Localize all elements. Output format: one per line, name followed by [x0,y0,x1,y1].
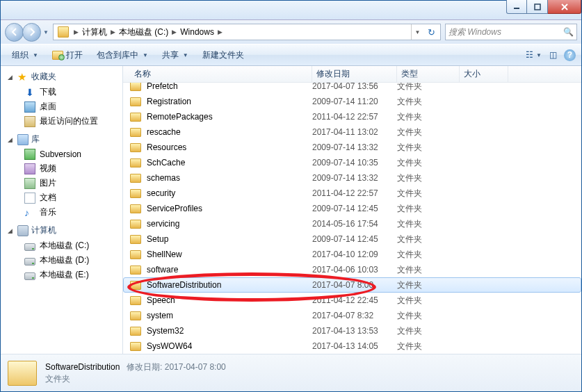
file-name: SysWOW64 [147,341,312,351]
file-row[interactable]: SysWOW642017-04-13 14:05文件夹 [123,338,581,354]
organize-button[interactable]: 组织▼ [6,47,44,63]
view-options-button[interactable]: ☷ [524,49,535,60]
file-row[interactable]: system2017-04-07 8:32文件夹 [123,308,581,323]
file-row[interactable]: SchCache2009-07-14 10:35文件夹 [123,155,581,170]
include-library-button[interactable]: 包含到库中▼ [91,47,154,63]
navigation-pane[interactable]: ◢★收藏夹 ⬇下载 桌面 最近访问的位置 ◢库 Subversion 视频 图片… [1,66,123,354]
sidebar-item-drive-c[interactable]: 本地磁盘 (C:) [1,238,122,253]
folder-icon [130,128,141,137]
chevron-down-icon[interactable]: ▼ [536,52,542,58]
sidebar-item-drive-d[interactable]: 本地磁盘 (D:) [1,253,122,268]
nav-bar: ▼ ▶ 计算机 ▶ 本地磁盘 (C:) ▶ Windows ▶ ▼ ↻ 搜索 W… [1,20,581,44]
sidebar-item-pictures[interactable]: 图片 [1,176,122,190]
file-row[interactable]: schemas2009-07-14 13:32文件夹 [123,170,581,186]
sidebar-item-desktop[interactable]: 桌面 [1,99,122,114]
caret-down-icon: ◢ [8,136,15,143]
file-name: RemotePackages [147,112,312,122]
column-name[interactable]: 名称 [130,66,312,82]
file-row[interactable]: software2017-04-06 10:03文件夹 [123,262,581,277]
search-box[interactable]: 搜索 Windows 🔍 [445,24,577,40]
column-date[interactable]: 修改日期 [312,66,397,82]
sidebar-item-music[interactable]: ♪音乐 [1,205,122,220]
file-row[interactable]: security2011-04-12 22:57文件夹 [123,186,581,201]
file-row[interactable]: Setup2009-07-14 12:45文件夹 [123,231,581,247]
file-date: 2017-04-13 13:53 [312,326,397,336]
file-row[interactable]: ServiceProfiles2009-07-14 12:45文件夹 [123,201,581,216]
star-icon: ★ [17,72,29,83]
folder-icon [58,26,69,38]
computer-group[interactable]: ◢计算机 [1,222,122,238]
new-folder-button[interactable]: 新建文件夹 [197,47,250,63]
file-row[interactable]: SoftwareDistribution2017-04-07 8:00文件夹 [123,277,581,293]
command-bar: 组织▼ 打开 包含到库中▼ 共享▼ 新建文件夹 ☷ ▼ ◫ ? [1,44,581,66]
file-date: 2011-04-12 22:57 [312,188,397,198]
forward-button[interactable] [22,23,41,42]
libraries-group[interactable]: ◢库 [1,131,122,147]
file-row[interactable]: Registration2009-07-14 11:20文件夹 [123,94,581,109]
file-row[interactable]: ShellNew2017-04-10 12:09文件夹 [123,247,581,262]
sidebar-item-drive-e[interactable]: 本地磁盘 (E:) [1,268,122,282]
file-list: Prefetch2017-04-07 13:56文件夹Registration2… [123,83,581,354]
file-date: 2017-04-07 8:00 [312,280,397,290]
maximize-button[interactable] [527,0,548,14]
file-name: rescache [147,127,312,137]
file-type: 文件夹 [397,157,460,169]
folder-icon [130,296,141,305]
help-button[interactable]: ? [564,49,576,61]
file-date: 2011-04-12 22:45 [312,295,397,305]
file-name: ServiceProfiles [147,204,312,213]
refresh-button[interactable]: ↻ [423,27,439,38]
titlebar [1,1,581,20]
file-row[interactable]: System322017-04-13 13:53文件夹 [123,323,581,338]
file-row[interactable]: Speech2011-04-12 22:45文件夹 [123,293,581,308]
folder-icon [130,235,141,244]
content-pane: 名称 修改日期 类型 大小 Prefetch2017-04-07 13:56文件… [123,66,581,354]
sidebar-item-recent[interactable]: 最近访问的位置 [1,114,122,129]
details-date: 2017-04-07 8:00 [165,362,226,372]
open-button[interactable]: 打开 [47,47,88,63]
share-button[interactable]: 共享▼ [156,47,194,63]
file-date: 2009-07-14 12:45 [312,204,397,213]
favorites-group[interactable]: ◢★收藏夹 [1,69,122,85]
caret-down-icon: ◢ [8,227,15,234]
drive-icon [24,272,35,280]
file-list-rows[interactable]: Prefetch2017-04-07 13:56文件夹Registration2… [123,83,581,354]
file-date: 2017-04-06 10:03 [312,265,397,275]
address-dropdown-icon[interactable]: ▼ [411,24,423,40]
history-dropdown-icon[interactable]: ▼ [43,29,49,35]
chevron-right-icon[interactable]: ▶ [216,28,225,35]
file-name: Resources [147,142,312,152]
breadcrumb-folder[interactable]: Windows [179,27,216,37]
file-row[interactable]: Resources2009-07-14 13:32文件夹 [123,140,581,155]
column-size[interactable]: 大小 [460,66,508,82]
chevron-down-icon: ▼ [33,52,38,58]
sidebar-item-videos[interactable]: 视频 [1,161,122,176]
folder-icon [130,143,141,152]
chevron-right-icon[interactable]: ▶ [72,28,81,35]
file-type: 文件夹 [397,111,460,123]
file-date: 2017-04-07 13:56 [312,83,397,91]
file-row[interactable]: rescache2017-04-11 13:02文件夹 [123,124,581,140]
sidebar-item-documents[interactable]: 文档 [1,190,122,205]
file-type: 文件夹 [397,142,460,154]
file-name: servicing [147,219,312,229]
close-button[interactable] [548,0,581,14]
breadcrumb-drive[interactable]: 本地磁盘 (C:) [118,26,170,38]
file-row[interactable]: RemotePackages2011-04-12 22:57文件夹 [123,109,581,124]
sidebar-item-subversion[interactable]: Subversion [1,147,122,161]
breadcrumb-computer[interactable]: 计算机 [81,26,108,38]
back-button[interactable] [5,23,24,42]
preview-pane-button[interactable]: ◫ [547,49,558,60]
column-type[interactable]: 类型 [397,66,460,82]
sidebar-item-downloads[interactable]: ⬇下载 [1,85,122,99]
minimize-button[interactable] [506,0,527,14]
chevron-right-icon[interactable]: ▶ [108,28,118,35]
folder-icon [130,311,141,320]
chevron-right-icon[interactable]: ▶ [170,28,179,35]
file-date: 2017-04-07 8:32 [312,311,397,320]
address-bar[interactable]: ▶ 计算机 ▶ 本地磁盘 (C:) ▶ Windows ▶ ▼ ↻ [53,24,441,40]
folder-icon [130,189,141,198]
file-row[interactable]: Prefetch2017-04-07 13:56文件夹 [123,83,581,94]
file-row[interactable]: servicing2014-05-16 17:54文件夹 [123,216,581,231]
details-type: 文件夹 [45,373,226,385]
